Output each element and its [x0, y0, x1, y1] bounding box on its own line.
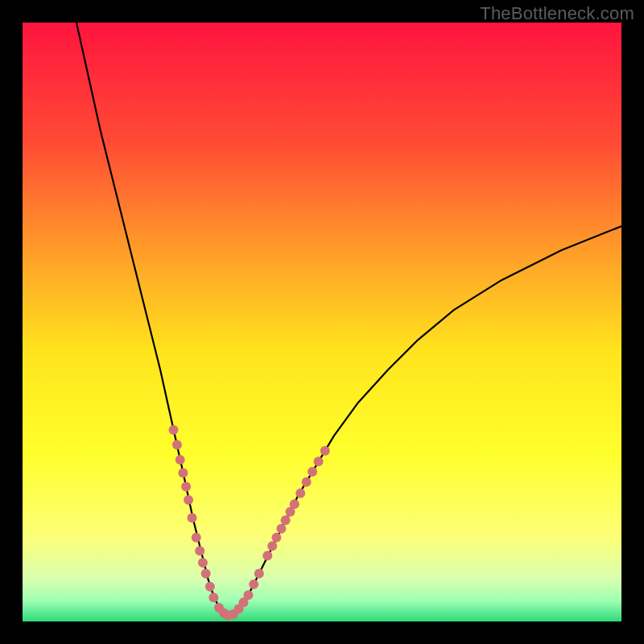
plot-area — [23, 23, 621, 621]
data-point — [308, 467, 317, 477]
data-point — [178, 468, 188, 477]
data-point — [290, 499, 299, 509]
data-point — [184, 495, 193, 505]
heatmap-background — [23, 23, 621, 621]
data-point — [168, 425, 178, 435]
data-point — [205, 582, 215, 592]
data-point — [181, 482, 191, 492]
data-point — [249, 580, 258, 589]
data-point — [281, 515, 291, 525]
data-point — [314, 456, 324, 466]
data-point — [243, 590, 253, 600]
data-point — [172, 440, 182, 450]
data-point — [254, 568, 264, 578]
data-point — [271, 533, 281, 543]
data-point — [195, 546, 204, 555]
data-point — [295, 489, 305, 498]
data-point — [201, 568, 211, 578]
chart-svg — [23, 23, 621, 621]
data-point — [175, 455, 185, 464]
data-point — [320, 446, 330, 456]
data-point — [192, 533, 201, 543]
data-point — [262, 551, 272, 560]
watermark-text: TheBottleneck.com — [480, 3, 634, 24]
data-point — [276, 524, 286, 534]
data-point — [208, 592, 218, 602]
chart-frame: TheBottleneck.com — [0, 0, 644, 644]
data-point — [198, 558, 208, 568]
data-point — [302, 477, 312, 487]
data-point — [188, 513, 197, 522]
data-point — [267, 541, 277, 551]
